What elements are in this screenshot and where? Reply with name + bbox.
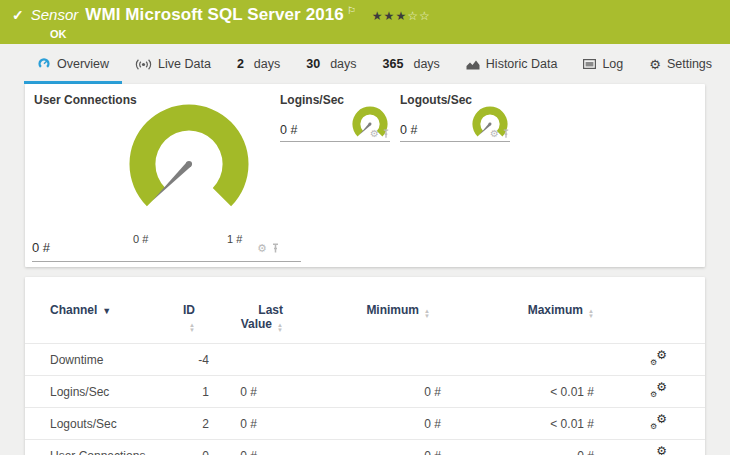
- tab-historic-data[interactable]: Historic Data: [453, 44, 571, 84]
- gauge-divider: [32, 261, 301, 262]
- status-check-icon: ✓: [12, 7, 24, 23]
- tab-label: days: [413, 57, 439, 71]
- table-row-logins-sec: Logins/Sec 1 0 # 0 # < 0.01 # ⚙⚙: [25, 376, 705, 408]
- logins-gauge: [348, 103, 392, 147]
- tab-label: Historic Data: [486, 57, 558, 71]
- sensor-kind-label: Sensor: [31, 6, 79, 23]
- logouts-gauge: [468, 103, 512, 147]
- column-header-channel[interactable]: Channel▼: [25, 277, 180, 344]
- channel-maximum: 0 #: [487, 440, 644, 455]
- gear-icon[interactable]: ⚙: [257, 243, 267, 254]
- stars-empty: ☆☆: [407, 9, 431, 23]
- tab-2-days[interactable]: 2 days: [224, 44, 293, 84]
- channel-name: User Connections: [25, 440, 180, 455]
- pin-icon[interactable]: [382, 129, 390, 139]
- channel-settings-icon[interactable]: ⚙⚙: [650, 447, 667, 455]
- live-data-icon: [135, 58, 152, 71]
- channels-panel: Channel▼ ID▲▼ LastValue▲▼ Minimum▲▼ Maxi…: [25, 277, 705, 455]
- channel-last-value: 0 #: [225, 440, 287, 455]
- logins-gauge-group: Logins/Sec 0 # ⚙: [280, 93, 390, 142]
- column-header-maximum[interactable]: Maximum▲▼: [487, 277, 644, 344]
- tab-live-data[interactable]: Live Data: [122, 44, 224, 84]
- channel-last-value: 0 #: [225, 408, 287, 440]
- channel-settings-icon[interactable]: ⚙⚙: [650, 351, 667, 365]
- table-row-logouts-sec: Logouts/Sec 2 0 # 0 # < 0.01 # ⚙⚙: [25, 408, 705, 440]
- sensor-title: WMI Microsoft SQL Server 2016: [85, 5, 344, 25]
- tab-label: Log: [602, 57, 623, 71]
- tab-30-days[interactable]: 30 days: [293, 44, 369, 84]
- channel-id: 0: [180, 440, 225, 455]
- sort-icon: ▲▼: [189, 323, 195, 333]
- gauge-icon: [37, 57, 51, 71]
- tab-label: Overview: [57, 57, 109, 71]
- sensor-page: ✓ Sensor WMI Microsoft SQL Server 2016 ⚐…: [0, 0, 730, 455]
- table-row-downtime: Downtime -4 ⚙⚙: [25, 344, 705, 376]
- channel-settings-icon[interactable]: ⚙⚙: [650, 383, 667, 397]
- tab-label: Settings: [667, 57, 712, 71]
- tab-number: 2: [237, 57, 244, 71]
- logins-gauge-tools: ⚙: [370, 129, 390, 139]
- user-connections-gauge: [117, 95, 261, 239]
- tab-settings[interactable]: ⚙ Settings: [636, 44, 725, 84]
- gear-icon[interactable]: ⚙: [490, 129, 499, 139]
- pin-icon[interactable]: [502, 129, 510, 139]
- gauge-scale-max: 1 #: [227, 233, 242, 245]
- gauges-panel: User Connections 0 # 1 # 0 # ⚙ Logins/Se…: [25, 84, 705, 267]
- channel-minimum: 0 #: [287, 440, 487, 455]
- channel-settings-icon[interactable]: ⚙⚙: [650, 415, 667, 429]
- primary-gauge-value: 0 #: [32, 240, 50, 255]
- sort-icon: ▲▼: [277, 323, 283, 333]
- tab-number: 30: [306, 57, 320, 71]
- channel-last-value: 0 #: [225, 376, 287, 408]
- area-chart-icon: [466, 59, 480, 70]
- channel-name: Downtime: [25, 344, 180, 376]
- tab-overview[interactable]: Overview: [24, 44, 122, 84]
- tab-label: Live Data: [158, 57, 211, 71]
- channel-id: 1: [180, 376, 225, 408]
- channel-maximum: [487, 344, 644, 376]
- channel-name: Logins/Sec: [25, 376, 180, 408]
- gear-icon[interactable]: ⚙: [370, 129, 379, 139]
- log-icon: [583, 59, 596, 69]
- table-header-row: Channel▼ ID▲▼ LastValue▲▼ Minimum▲▼ Maxi…: [25, 277, 705, 344]
- column-header-minimum[interactable]: Minimum▲▼: [287, 277, 487, 344]
- tab-label: days: [254, 57, 280, 71]
- logins-gauge-value: 0 #: [280, 123, 297, 137]
- tab-bar: Overview Live Data 2 days 30 days 365 da…: [0, 44, 730, 84]
- table-row-user-connections: User Connections 0 0 # 0 # 0 # ⚙⚙: [25, 440, 705, 455]
- channel-maximum: < 0.01 #: [487, 408, 644, 440]
- sort-icon: ▲▼: [588, 309, 594, 319]
- sorted-desc-icon: ▼: [102, 306, 111, 316]
- tab-number: 365: [383, 57, 404, 71]
- gauge-scale-min: 0 #: [133, 233, 148, 245]
- sensor-title-row: ✓ Sensor WMI Microsoft SQL Server 2016 ⚐…: [12, 5, 730, 25]
- logouts-gauge-group: Logouts/Sec 0 # ⚙: [400, 93, 510, 142]
- column-header-settings: [644, 277, 705, 344]
- channel-minimum: 0 #: [287, 376, 487, 408]
- sort-icon: ▲▼: [424, 309, 430, 319]
- channel-id: -4: [180, 344, 225, 376]
- channel-id: 2: [180, 408, 225, 440]
- pin-icon[interactable]: [271, 243, 280, 254]
- tab-365-days[interactable]: 365 days: [370, 44, 453, 84]
- logouts-gauge-tools: ⚙: [490, 129, 510, 139]
- flag-icon[interactable]: ⚐: [347, 5, 356, 16]
- channel-minimum: 0 #: [287, 408, 487, 440]
- logouts-gauge-value: 0 #: [400, 123, 417, 137]
- column-header-id[interactable]: ID▲▼: [180, 277, 225, 344]
- tab-label: days: [330, 57, 356, 71]
- channel-last-value: [225, 344, 287, 376]
- priority-stars[interactable]: ★★★☆☆: [372, 9, 431, 23]
- channels-table: Channel▼ ID▲▼ LastValue▲▼ Minimum▲▼ Maxi…: [25, 277, 705, 455]
- channel-minimum: [287, 344, 487, 376]
- tab-log[interactable]: Log: [570, 44, 636, 84]
- status-badge: OK: [50, 28, 730, 40]
- sensor-header: ✓ Sensor WMI Microsoft SQL Server 2016 ⚐…: [0, 0, 730, 44]
- stars-filled: ★★★: [372, 9, 407, 23]
- channel-maximum: < 0.01 #: [487, 376, 644, 408]
- gear-icon: ⚙: [649, 57, 661, 72]
- column-header-last-value[interactable]: LastValue▲▼: [225, 277, 287, 344]
- primary-gauge-tools: ⚙: [257, 243, 280, 254]
- channel-name: Logouts/Sec: [25, 408, 180, 440]
